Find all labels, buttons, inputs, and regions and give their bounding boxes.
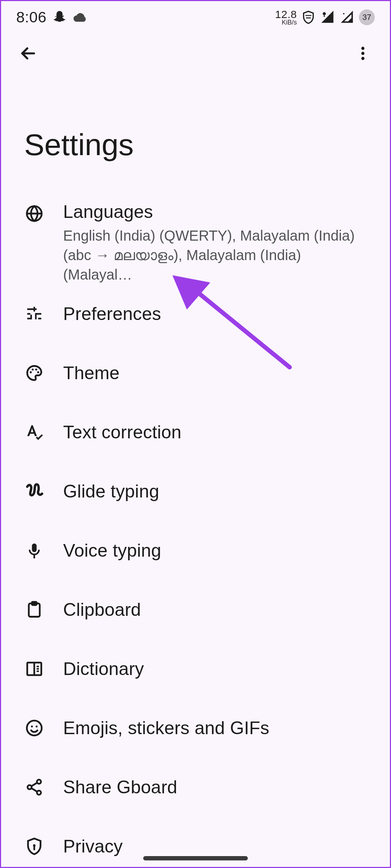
settings-item-title: Emojis, stickers and GIFs xyxy=(63,718,367,738)
tune-icon xyxy=(24,304,44,324)
svg-point-16 xyxy=(27,785,31,789)
svg-point-2 xyxy=(361,52,365,55)
settings-item-title: Privacy xyxy=(63,836,367,857)
book-icon xyxy=(24,659,44,679)
settings-item-voice-typing[interactable]: Voice typing xyxy=(1,521,390,580)
settings-item-share[interactable]: Share Gboard xyxy=(1,758,390,817)
svg-point-7 xyxy=(35,368,38,371)
settings-item-title: Languages xyxy=(63,201,367,222)
more-options-button[interactable] xyxy=(350,41,375,66)
settings-item-title: Clipboard xyxy=(63,599,367,620)
status-bar: 8:06 12.8 KiB/s 37 xyxy=(1,1,390,34)
settings-item-title: Glide typing xyxy=(63,481,367,502)
svg-point-17 xyxy=(37,791,41,795)
globe-icon xyxy=(24,203,44,224)
mic-icon xyxy=(24,540,44,561)
svg-point-12 xyxy=(27,720,41,735)
clipboard-icon xyxy=(24,600,44,620)
settings-item-title: Dictionary xyxy=(63,658,367,679)
status-time: 8:06 xyxy=(16,9,47,26)
settings-item-languages[interactable]: Languages English (India) (QWERTY), Mala… xyxy=(1,191,390,284)
settings-item-subtitle: English (India) (QWERTY), Malayalam (Ind… xyxy=(63,226,359,284)
shield-icon xyxy=(300,9,316,25)
settings-list: Languages English (India) (QWERTY), Mala… xyxy=(1,166,390,868)
svg-point-14 xyxy=(36,725,38,727)
network-speed-indicator: 12.8 KiB/s xyxy=(275,9,297,26)
svg-point-5 xyxy=(30,371,32,373)
settings-item-theme[interactable]: Theme xyxy=(1,343,390,403)
settings-item-clipboard[interactable]: Clipboard xyxy=(1,580,390,639)
settings-item-glide-typing[interactable]: Glide typing xyxy=(1,462,390,521)
settings-item-dictionary[interactable]: Dictionary xyxy=(1,639,390,698)
svg-point-1 xyxy=(361,47,365,50)
palette-icon xyxy=(24,363,44,383)
cloud-icon xyxy=(73,9,88,25)
emoji-icon xyxy=(24,718,44,738)
settings-item-title: Share Gboard xyxy=(63,777,367,798)
settings-item-emoji[interactable]: Emojis, stickers and GIFs xyxy=(1,698,390,758)
settings-item-preferences[interactable]: Preferences xyxy=(1,284,390,343)
gesture-nav-handle[interactable] xyxy=(143,856,248,860)
svg-point-3 xyxy=(361,57,365,60)
svg-point-6 xyxy=(32,368,34,371)
settings-item-title: Theme xyxy=(63,363,367,383)
svg-point-15 xyxy=(37,780,41,784)
app-bar xyxy=(1,34,390,73)
svg-point-13 xyxy=(31,725,33,727)
settings-item-title: Text correction xyxy=(63,422,367,443)
battery-indicator: 37 xyxy=(359,9,375,25)
signal-sim1-icon xyxy=(320,9,336,25)
settings-item-title: Preferences xyxy=(63,303,367,324)
signal-sim2-icon xyxy=(339,9,355,25)
spellcheck-icon xyxy=(24,422,44,442)
gesture-icon xyxy=(24,481,44,501)
privacy-shield-icon xyxy=(24,836,44,856)
settings-item-text-correction[interactable]: Text correction xyxy=(1,403,390,462)
svg-point-8 xyxy=(37,371,39,373)
svg-rect-10 xyxy=(32,602,37,605)
svg-point-0 xyxy=(324,13,325,15)
snapchat-notification-icon xyxy=(52,9,67,25)
settings-item-title: Voice typing xyxy=(63,540,367,561)
back-button[interactable] xyxy=(16,41,41,66)
page-title: Settings xyxy=(1,73,390,166)
share-icon xyxy=(24,777,44,797)
